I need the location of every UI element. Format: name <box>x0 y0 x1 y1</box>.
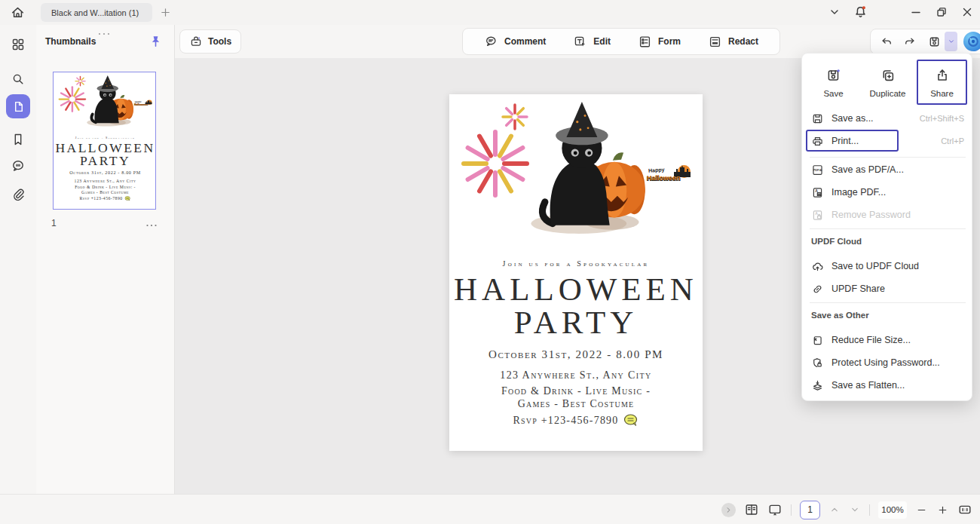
tab-form[interactable]: Form <box>627 31 691 52</box>
menu-save-button[interactable]: Save <box>808 60 859 105</box>
menu-item-print[interactable]: Print... Ctrl+P <box>802 130 973 152</box>
menu-item-shortcut: Ctrl+P <box>941 136 964 146</box>
presentation-mode-button[interactable] <box>767 502 782 517</box>
comment-annotation-icon[interactable] <box>623 414 639 427</box>
minimize-icon <box>908 5 923 20</box>
invite-kicker: Join us for a Spookyacular <box>54 136 156 139</box>
divider <box>869 504 870 516</box>
menu-item-label: Save as Flatten... <box>831 380 905 391</box>
pin-icon <box>148 34 163 49</box>
page-number-value: 1 <box>807 504 813 515</box>
thumbnails-panel: Thumbnails <box>36 25 175 524</box>
new-tab-button[interactable] <box>159 6 172 19</box>
invite-title-1: HALLOWEEN <box>449 273 703 305</box>
invite-rsvp: Rsvp +123-456-7890 <box>79 196 122 201</box>
menu-item-save-to-updf-cloud[interactable]: Save to UPDF Cloud <box>802 255 973 277</box>
zoom-level-button[interactable]: 100% <box>878 501 907 519</box>
menu-item-image-pdf[interactable]: A Image PDF... <box>802 181 973 204</box>
home-button[interactable] <box>10 5 26 20</box>
page-number-input[interactable]: 1 <box>800 501 820 519</box>
menu-item-shortcut: Ctrl+Shift+S <box>920 114 964 123</box>
menu-section-save-as-other: Save as Other <box>811 311 962 320</box>
maximize-button[interactable] <box>934 5 949 20</box>
flatten-layers-icon <box>811 379 824 392</box>
thumbnail-preview: Happy Halloween Join us for a Spookyacul… <box>54 72 156 210</box>
sticker-word-happy: Happy <box>648 167 665 173</box>
chevron-right-icon <box>724 506 733 514</box>
fit-width-button[interactable] <box>957 502 972 517</box>
sidebar-item-bookmarks[interactable] <box>9 130 27 149</box>
thumbnail-options-button[interactable] <box>143 218 160 231</box>
undo-icon <box>879 35 893 49</box>
menu-divider <box>810 302 966 303</box>
tab-comment[interactable]: Comment <box>473 31 556 52</box>
menu-item-save-as[interactable]: Save as... Ctrl+Shift+S <box>802 107 973 130</box>
tab-redact[interactable]: Redact <box>697 31 769 52</box>
cloud-upload-icon <box>811 260 824 273</box>
menu-item-remove-password: A Remove Password <box>802 204 973 226</box>
menu-share-button[interactable]: Share <box>917 60 967 105</box>
minimize-button[interactable] <box>908 5 923 20</box>
tab-title: Black and W...itation (1) <box>51 8 139 17</box>
menu-item-label: Print... <box>831 136 859 146</box>
menu-item-updf-share[interactable]: UPDF Share <box>802 277 973 300</box>
chevron-down-icon <box>827 5 842 20</box>
zoom-out-button[interactable] <box>915 504 928 516</box>
sidebar-item-comments[interactable] <box>9 157 27 175</box>
redo-button[interactable] <box>899 31 920 52</box>
save-button[interactable] <box>923 31 945 52</box>
document-page[interactable]: Happy Halloween Join us for a Spookyacul… <box>449 94 703 451</box>
reduce-size-icon <box>811 334 824 347</box>
page-thumbnail-1[interactable]: Happy Halloween Join us for a Spookyacul… <box>53 72 156 210</box>
sidebar-item-attachments[interactable] <box>9 185 27 204</box>
expand-toolbar-button[interactable] <box>721 503 736 517</box>
menu-divider <box>810 157 966 158</box>
menu-item-label: Save as... <box>831 113 874 124</box>
menu-duplicate-label: Duplicate <box>870 89 906 98</box>
tools-label: Tools <box>208 36 231 47</box>
undo-button[interactable] <box>875 31 896 52</box>
bookmark-icon <box>11 132 26 147</box>
menu-item-protect-password[interactable]: Protect Using Password... <box>802 351 973 374</box>
menu-item-label: UPDF Share <box>831 283 885 294</box>
document-tab[interactable]: Black and W...itation (1) <box>41 3 152 22</box>
pin-panel-button[interactable] <box>148 34 163 52</box>
menu-item-reduce-file-size[interactable]: Reduce File Size... <box>802 329 973 351</box>
menu-duplicate-button[interactable]: Duplicate <box>862 60 913 105</box>
menu-item-save-pdfa[interactable]: PDF/A Save as PDF/A... <box>802 158 973 181</box>
restore-window-icon <box>934 5 949 20</box>
tools-button[interactable]: Tools <box>179 29 241 54</box>
titlebar-dropdown-button[interactable] <box>827 5 842 20</box>
panel-grid-button[interactable] <box>9 35 27 54</box>
zoom-in-button[interactable] <box>936 504 949 516</box>
happy-halloween-sticker: Happy Halloween <box>134 100 154 109</box>
updf-window: Black and W...itation (1) <box>0 0 980 524</box>
menu-share-label: Share <box>930 89 954 98</box>
form-icon <box>638 35 652 49</box>
next-page-button[interactable] <box>849 504 861 516</box>
comment-annotation-icon <box>124 196 131 201</box>
panel-drag-handle[interactable] <box>95 26 113 40</box>
menu-item-label: Remove Password <box>831 210 911 220</box>
invite-title-1: HALLOWEEN <box>54 142 156 155</box>
menu-item-save-as-flatten[interactable]: Save as Flatten... <box>802 374 973 397</box>
previous-page-button[interactable] <box>828 504 841 516</box>
link-icon <box>811 283 824 296</box>
tab-edit[interactable]: Edit <box>562 31 621 52</box>
sidebar-item-search[interactable] <box>9 70 27 88</box>
ellipsis-icon <box>143 222 160 228</box>
invite-rsvp-row: Rsvp +123-456-7890 <box>54 196 156 201</box>
menu-item-label: Reduce File Size... <box>831 335 911 345</box>
pdfa-icon: PDF/A <box>811 164 824 176</box>
sidebar-item-thumbnails[interactable] <box>6 94 30 118</box>
close-button[interactable] <box>960 5 975 20</box>
cat-pumpkin-art <box>523 99 647 237</box>
quick-actions-row: Save Duplicate Share <box>802 60 973 106</box>
save-dropdown-button[interactable] <box>945 32 957 51</box>
duplicate-icon <box>880 67 896 84</box>
notifications-button[interactable] <box>853 5 868 20</box>
mode-switcher: Comment Edit Form Redact <box>462 28 780 55</box>
account-avatar[interactable] <box>963 32 980 51</box>
sidebar-rail <box>0 25 36 524</box>
two-page-view-button[interactable] <box>744 502 759 517</box>
